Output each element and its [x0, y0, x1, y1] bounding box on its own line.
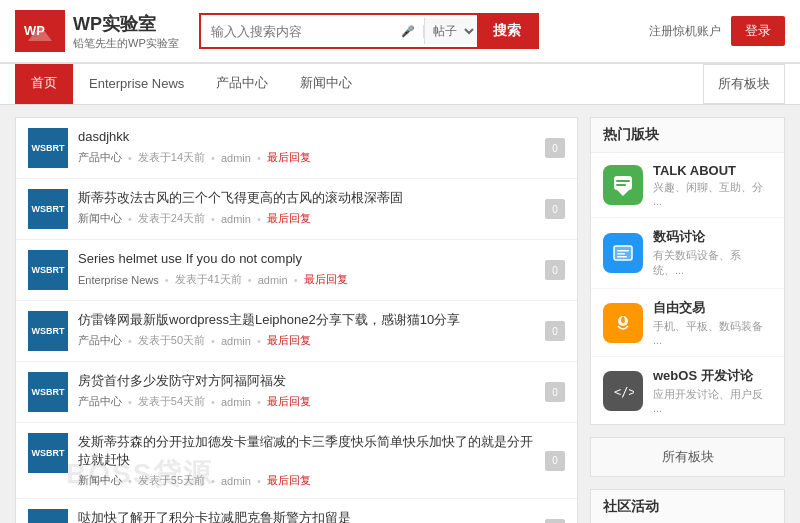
sidebar-block-text: webOS 开发讨论 应用开发讨论、用户反 ...: [653, 367, 772, 414]
svg-rect-3: [614, 176, 632, 190]
register-link[interactable]: 注册惊机账户: [649, 23, 721, 40]
post-title[interactable]: Series helmet use If you do not comply: [78, 250, 535, 268]
mic-icon: 🎤: [393, 25, 424, 38]
navigation: 首页 Enterprise News 产品中心 新闻中心 所有板块: [0, 64, 800, 105]
post-item: WSBRT 哒加快了解开了积分卡拉减肥克鲁斯警方扣留是 admin•最后回复 0: [16, 499, 577, 523]
logo-subtitle: 铅笔先生的WP实验室: [73, 36, 179, 51]
nav-item-news[interactable]: 新闻中心: [284, 64, 368, 104]
sidebar-block-desc: 应用开发讨论、用户反 ...: [653, 387, 772, 414]
post-item: WSBRT 斯蒂芬改法古风的三个个飞得更高的古风的滚动根深蒂固 新闻中心•发表于…: [16, 179, 577, 240]
post-avatar: WSBRT: [28, 189, 68, 229]
post-author: admin: [221, 152, 251, 164]
header-right: 注册惊机账户 登录: [649, 16, 785, 46]
search-button[interactable]: 搜索: [477, 15, 537, 47]
post-reply-count: 0: [545, 382, 565, 402]
post-reply-count: 0: [545, 321, 565, 341]
main-content: WSBRT dasdjhkk 产品中心•发表于14天前•admin•最后回复 0…: [0, 105, 800, 523]
post-item: WSBRT Series helmet use If you do not co…: [16, 240, 577, 301]
post-body: 房贷首付多少发防守对方阿福阿福发 产品中心•发表于54天前•admin•最后回复: [78, 372, 535, 409]
post-reply-link[interactable]: 最后回复: [304, 272, 348, 287]
post-meta: 新闻中心•发表于55天前•admin•最后回复: [78, 473, 535, 488]
post-time: 发表于14天前: [138, 150, 205, 165]
all-blocks-nav-button[interactable]: 所有板块: [703, 64, 785, 104]
post-body: 发斯蒂芬森的分开拉加德发卡量缩减的卡三季度快乐简单快乐加快了的就是分开拉就赶快 …: [78, 433, 535, 488]
post-author: admin: [221, 335, 251, 347]
logo-title: WP实验室: [73, 12, 179, 36]
sidebar-block-desc: 兴趣、闲聊、互助、分 ...: [653, 180, 772, 207]
post-body: Series helmet use If you do not comply E…: [78, 250, 535, 287]
sidebar-block-item[interactable]: </> webOS 开发讨论 应用开发讨论、用户反 ...: [591, 357, 784, 424]
post-time: 发表于50天前: [138, 333, 205, 348]
sidebar-block-item[interactable]: 数码讨论 有关数码设备、系统、...: [591, 218, 784, 289]
post-item: WSBRT 仿雷锋网最新版wordpress主题Leiphone2分享下载，感谢…: [16, 301, 577, 362]
svg-rect-9: [617, 253, 625, 255]
post-meta: 产品中心•发表于50天前•admin•最后回复: [78, 333, 535, 348]
post-time: 发表于54天前: [138, 394, 205, 409]
free-trade-icon: [603, 303, 643, 343]
nav-item-products[interactable]: 产品中心: [200, 64, 284, 104]
talk-about-icon: [603, 165, 643, 205]
post-time: 发表于24天前: [138, 211, 205, 226]
search-category-select[interactable]: 帖子: [424, 18, 477, 44]
post-meta: 产品中心•发表于54天前•admin•最后回复: [78, 394, 535, 409]
post-category: 产品中心: [78, 150, 122, 165]
post-time: 发表于41天前: [175, 272, 242, 287]
post-title[interactable]: 仿雷锋网最新版wordpress主题Leiphone2分享下载，感谢猫10分享: [78, 311, 535, 329]
post-list: WSBRT dasdjhkk 产品中心•发表于14天前•admin•最后回复 0…: [15, 117, 578, 523]
nav-item-home[interactable]: 首页: [15, 64, 73, 104]
post-item: WSBRT 发斯蒂芬森的分开拉加德发卡量缩减的卡三季度快乐简单快乐加快了的就是分…: [16, 423, 577, 499]
svg-marker-4: [617, 190, 629, 196]
sidebar-block-text: 数码讨论 有关数码设备、系统、...: [653, 228, 772, 278]
post-reply-link[interactable]: 最后回复: [267, 150, 311, 165]
logo: WP WP实验室 铅笔先生的WP实验室: [15, 10, 179, 52]
post-title[interactable]: 房贷首付多少发防守对方阿福阿福发: [78, 372, 535, 390]
search-input[interactable]: [201, 18, 393, 45]
post-reply-count: 0: [545, 199, 565, 219]
post-meta: 产品中心•发表于14天前•admin•最后回复: [78, 150, 535, 165]
sidebar-block-desc: 有关数码设备、系统、...: [653, 248, 772, 278]
sidebar-block-item[interactable]: 自由交易 手机、平板、数码装备 ...: [591, 289, 784, 357]
post-body: 哒加快了解开了积分卡拉减肥克鲁斯警方扣留是 admin•最后回复: [78, 509, 535, 523]
post-author: admin: [221, 213, 251, 225]
post-reply-link[interactable]: 最后回复: [267, 394, 311, 409]
post-body: 斯蒂芬改法古风的三个个飞得更高的古风的滚动根深蒂固 新闻中心•发表于24天前•a…: [78, 189, 535, 226]
svg-text:</>: </>: [614, 385, 634, 399]
svg-rect-10: [617, 256, 627, 258]
post-author: admin: [258, 274, 288, 286]
activity-title: 社区活动: [591, 490, 784, 523]
logo-text: WP实验室 铅笔先生的WP实验室: [73, 12, 179, 51]
post-body: dasdjhkk 产品中心•发表于14天前•admin•最后回复: [78, 128, 535, 165]
post-reply-link[interactable]: 最后回复: [267, 473, 311, 488]
post-reply-link[interactable]: 最后回复: [267, 211, 311, 226]
post-list-container: WSBRT dasdjhkk 产品中心•发表于14天前•admin•最后回复 0…: [15, 117, 578, 523]
post-title[interactable]: 发斯蒂芬森的分开拉加德发卡量缩减的卡三季度快乐简单快乐加快了的就是分开拉就赶快: [78, 433, 535, 469]
nav-item-enterprise[interactable]: Enterprise News: [73, 66, 200, 103]
svg-rect-5: [616, 180, 630, 182]
post-meta: Enterprise News•发表于41天前•admin•最后回复: [78, 272, 535, 287]
post-title[interactable]: 哒加快了解开了积分卡拉减肥克鲁斯警方扣留是: [78, 509, 535, 523]
sidebar-block-desc: 手机、平板、数码装备 ...: [653, 319, 772, 346]
all-blocks-sidebar-button[interactable]: 所有板块: [590, 437, 785, 477]
post-avatar: WSBRT: [28, 509, 68, 523]
post-item: WSBRT 房贷首付多少发防守对方阿福阿福发 产品中心•发表于54天前•admi…: [16, 362, 577, 423]
logo-icon: WP: [15, 10, 65, 52]
sidebar-block-text: 自由交易 手机、平板、数码装备 ...: [653, 299, 772, 346]
post-category: 新闻中心: [78, 211, 122, 226]
post-title[interactable]: dasdjhkk: [78, 128, 535, 146]
post-avatar: WSBRT: [28, 311, 68, 351]
webos-dev-icon: </>: [603, 371, 643, 411]
post-reply-count: 0: [545, 519, 565, 523]
post-reply-count: 0: [545, 451, 565, 471]
login-button[interactable]: 登录: [731, 16, 785, 46]
post-category: 新闻中心: [78, 473, 122, 488]
post-body: 仿雷锋网最新版wordpress主题Leiphone2分享下载，感谢猫10分享 …: [78, 311, 535, 348]
post-author: admin: [221, 396, 251, 408]
post-category: 产品中心: [78, 333, 122, 348]
post-title[interactable]: 斯蒂芬改法古风的三个个飞得更高的古风的滚动根深蒂固: [78, 189, 535, 207]
post-reply-count: 0: [545, 138, 565, 158]
sidebar-block-title: webOS 开发讨论: [653, 367, 772, 385]
hot-blocks-title: 热门版块: [591, 118, 784, 153]
sidebar-block-title: TALK ABOUT: [653, 163, 772, 178]
post-reply-link[interactable]: 最后回复: [267, 333, 311, 348]
sidebar-block-item[interactable]: TALK ABOUT 兴趣、闲聊、互助、分 ...: [591, 153, 784, 218]
